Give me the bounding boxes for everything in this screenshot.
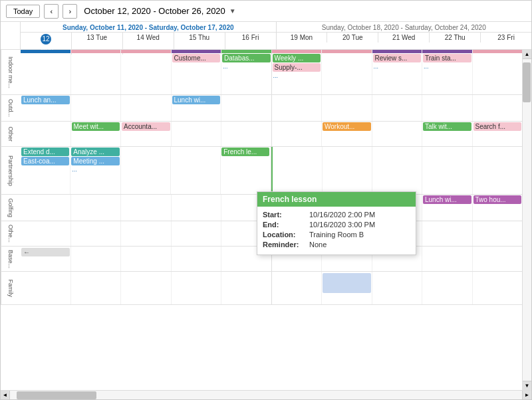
row-label-other[interactable]: Other (1, 122, 21, 146)
row-label-family[interactable]: Family (1, 272, 21, 304)
bottom-scroll-left-btn[interactable]: ◄ (1, 391, 10, 400)
day-col-23-othe (473, 221, 523, 246)
scrollbar[interactable]: ▲ ▼ (522, 50, 531, 390)
bottom-scroll-track (10, 391, 522, 399)
event-meeting[interactable]: Meeting ... (71, 157, 119, 165)
event-lunch-wi[interactable]: Lunch wi... (172, 96, 221, 104)
event-supply[interactable]: Supply-... (273, 63, 321, 72)
day-number-12: 12 Mon (41, 34, 51, 45)
event-lunch-wi2[interactable]: Lunch wi... (423, 195, 471, 204)
tooltip-end-label: End: (263, 221, 309, 229)
event-extend-d[interactable]: Extend d... (21, 148, 69, 156)
event-talk-wit[interactable]: Talk wit... (423, 122, 471, 131)
event-customer[interactable]: Custome... (172, 54, 221, 62)
day-col-14-othe (121, 221, 172, 246)
tooltip-end-row: End: 10/16/2020 3:00 PM (263, 221, 410, 229)
day-col-12-outd: Lunch an... (21, 95, 71, 121)
bottom-scroll-right-btn[interactable]: ► (522, 391, 531, 400)
week2-indoor: Weekly ... Supply-... ... Review s... ..… (272, 50, 523, 94)
row-label-outd[interactable]: Outd... (1, 95, 21, 121)
event-two-hou[interactable]: Two hou... (473, 195, 522, 204)
date-range: October 12, 2020 - October 26, 2020 (84, 6, 225, 16)
scroll-up-btn[interactable]: ▲ (523, 50, 531, 59)
scroll-track (523, 59, 531, 381)
more-link-22-indoor[interactable]: ... (422, 63, 472, 70)
row-partnership: Partnership Extend d... East-coa... Anal… (1, 147, 522, 195)
day-col-13-indoor (71, 50, 122, 94)
day-col-23-partnership (473, 147, 522, 194)
day-col-13-family (71, 272, 122, 304)
row-label-othe[interactable]: Othe... (1, 221, 21, 246)
more-link-19-indoor[interactable]: ... (272, 72, 322, 79)
event-search-f[interactable]: Search f... (473, 122, 522, 131)
day-col-20-partnership (323, 147, 372, 194)
grid-area: Sunday, October 11, 2020 - Saturday, Oct… (1, 22, 531, 399)
day-col-14-golfing (121, 195, 172, 221)
event-lunch-an[interactable]: Lunch an... (21, 96, 70, 104)
event-meet-wit[interactable]: Meet wit... (72, 122, 120, 131)
event-analyze[interactable]: Analyze ... (71, 148, 119, 156)
week1-partnership: Extend d... East-coa... Analyze ... Meet… (21, 147, 271, 194)
event-french-le[interactable]: French le... (221, 148, 269, 156)
bottom-scroll-thumb[interactable] (17, 391, 96, 399)
week2-outd (272, 95, 523, 121)
day-col-15-family (172, 272, 222, 304)
event-workout[interactable]: Workout... (323, 122, 371, 131)
row-label-golfing[interactable]: Golfing (1, 195, 21, 221)
more-link-21-indoor[interactable]: ... (372, 63, 422, 70)
event-database[interactable]: Databas... (222, 54, 271, 62)
date-range-dropdown[interactable]: ▼ (229, 7, 236, 15)
prev-button[interactable]: ‹ (44, 4, 59, 19)
day-header-23: 23 Fri (481, 33, 531, 43)
next-button[interactable]: › (63, 4, 77, 19)
day-col-21-indoor: Review s... ... (372, 50, 423, 94)
row-label-indoor[interactable]: Indoor me... (1, 50, 21, 94)
tooltip-end-value: 10/16/2020 3:00 PM (309, 221, 375, 229)
day-col-12-indoor (21, 50, 71, 94)
week1-header: Sunday, October 11, 2020 - Saturday, Oct… (21, 22, 277, 49)
day-col-13-partnership: Analyze ... Meeting ... ... (70, 147, 120, 194)
day-col-16-indoor: Databas... ... (221, 50, 271, 94)
scroll-thumb[interactable] (523, 62, 531, 102)
day-col-23-other: Search f... (473, 122, 523, 146)
row-label-base[interactable]: Base... (1, 247, 21, 271)
day-header-20: 20 Tue (327, 33, 378, 43)
more-link-16-indoor[interactable]: ... (221, 63, 271, 70)
week1-outd: Lunch an... Lunch wi... (21, 95, 272, 121)
calendar-header: Today ‹ › October 12, 2020 - October 26,… (1, 1, 531, 22)
event-base-arrow[interactable]: ← (21, 248, 70, 256)
event-accounta[interactable]: Accounta... (122, 122, 170, 131)
row-label-partnership[interactable]: Partnership (1, 147, 21, 194)
tooltip-body: Start: 10/16/2020 2:00 PM End: 10/16/202… (257, 207, 416, 254)
tooltip-reminder-row: Reminder: None (263, 241, 410, 249)
day-col-13-golfing (71, 195, 122, 221)
day-col-22-partnership (422, 147, 472, 194)
bottom-scrollbar: ◄ ► (1, 390, 531, 399)
week2-family (272, 272, 523, 304)
tooltip-location-row: Location: Training Room B (263, 231, 410, 239)
week-headers: Sunday, October 11, 2020 - Saturday, Oct… (1, 22, 531, 50)
day-col-12-othe (21, 221, 71, 246)
day-col-22-base (422, 247, 473, 271)
day-col-19-indoor: Weekly ... Supply-... ... (272, 50, 323, 94)
scroll-down-btn[interactable]: ▼ (523, 381, 531, 390)
day-col-13-outd (71, 95, 122, 121)
day-col-15-other (172, 122, 222, 146)
day-col-15-base (172, 247, 222, 271)
tooltip-start-label: Start: (263, 211, 309, 219)
event-weekly[interactable]: Weekly ... (273, 54, 321, 62)
day-col-20-indoor (322, 50, 372, 94)
today-button[interactable]: Today (6, 5, 40, 18)
day-header-21: 21 Wed (378, 33, 430, 43)
event-east-coa[interactable]: East-coa... (21, 157, 69, 165)
day-col-22-other: Talk wit... (422, 122, 473, 146)
week1-title: Sunday, October 11, 2020 - Saturday, Oct… (21, 22, 276, 33)
day-col-12-family (21, 272, 71, 304)
event-review[interactable]: Review s... (373, 54, 422, 62)
more-link-13-partnership[interactable]: ... (70, 166, 120, 173)
family-event-block[interactable] (323, 273, 371, 293)
week1-indoor: Custome... Databas... ... (21, 50, 272, 94)
week2-header: Sunday, October 18, 2020 - Saturday, Oct… (277, 22, 532, 49)
event-train-sta[interactable]: Train sta... (423, 54, 471, 62)
day-col-13-other: Meet wit... (71, 122, 122, 146)
